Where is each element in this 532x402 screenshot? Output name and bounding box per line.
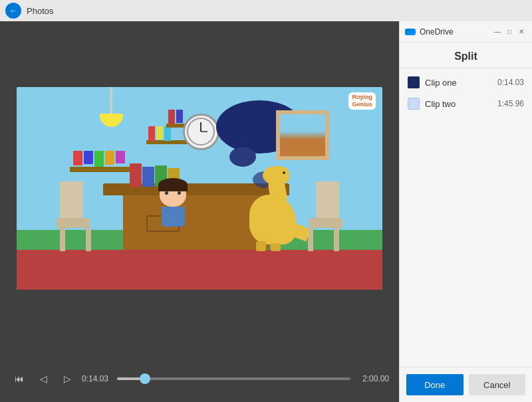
chair-left-seat (57, 218, 90, 228)
clip-1-color (408, 76, 420, 88)
stair-book-4 (168, 110, 175, 124)
clip-item-1[interactable]: Clip one 0:14.03 (408, 76, 524, 88)
clips-list: Clip one 0:14.03 Clip two 1:45.96 (400, 68, 532, 367)
dino-eye (283, 171, 285, 174)
video-area: Roying Genius (0, 21, 399, 402)
title-bar: ← Photos (0, 0, 532, 21)
done-button[interactable]: Done (406, 374, 464, 395)
clip-1-duration: 0:14.03 (497, 78, 524, 87)
main-container: Roying Genius (0, 21, 532, 402)
chair-left-leg2 (86, 228, 91, 251)
chair-left-leg1 (60, 228, 65, 251)
desk-book-2 (142, 167, 154, 187)
clip-2-color (408, 98, 420, 110)
clip-2-name: Clip two (425, 99, 497, 109)
maximize-button[interactable]: □ (504, 27, 515, 37)
panel-actions: Done Cancel (400, 367, 532, 402)
play-button[interactable]: ▷ (58, 369, 76, 388)
desk-book-1 (130, 163, 142, 187)
rewind-button[interactable]: ⏮ (10, 369, 29, 388)
clock-face (186, 117, 216, 147)
onedrive-title-text: OneDrive (420, 27, 491, 37)
roying-genius-logo: Roying Genius (348, 92, 376, 110)
stair-book-5 (176, 110, 183, 123)
picture-frame (276, 110, 329, 160)
chair-right-back (316, 181, 339, 218)
chair-right-seat (309, 218, 342, 228)
stair-book-3 (164, 126, 171, 141)
timeline-container[interactable] (117, 372, 350, 385)
end-time-label: 2:00.00 (356, 374, 389, 383)
picture-content (280, 114, 325, 156)
video-content: Roying Genius (17, 87, 382, 290)
dinosaur-character (243, 178, 309, 251)
close-button[interactable]: ✕ (516, 27, 527, 37)
boy-eye-right (178, 191, 181, 195)
chair-right-leg2 (334, 228, 339, 251)
current-time-label: 0:14.03 (82, 374, 112, 383)
cancel-button[interactable]: Cancel (469, 374, 526, 395)
dino-leg1 (256, 241, 266, 251)
dino-body (249, 195, 296, 245)
video-frame: Roying Genius (0, 21, 399, 355)
shelf-book-4 (105, 151, 114, 165)
stair-book-1 (148, 126, 155, 141)
back-button[interactable]: ← (5, 3, 21, 19)
shelf-book-1 (73, 151, 82, 165)
boy-character (160, 181, 186, 227)
chair-left-back (60, 181, 83, 218)
timeline-thumb[interactable] (140, 373, 150, 384)
shelf-book-2 (84, 151, 93, 164)
shelf-books (73, 151, 125, 167)
shelf-book-3 (94, 151, 104, 167)
clip-1-name: Clip one (425, 78, 497, 88)
shelf-book-5 (116, 151, 125, 163)
clip-2-duration: 1:45.96 (497, 99, 524, 108)
play-prev-button[interactable]: ◁ (34, 369, 53, 388)
controls-bar: ⏮ ◁ ▷ 0:14.03 2:00.00 (0, 355, 399, 402)
boy-eye-left (165, 191, 168, 195)
ceiling-light (110, 87, 112, 127)
minimize-button[interactable]: — (492, 27, 503, 37)
app-title: Photos (27, 6, 53, 16)
boy-head (160, 181, 186, 207)
wall-clock (183, 114, 219, 150)
stair-book-2 (156, 126, 163, 140)
scene-background: Roying Genius (17, 87, 382, 290)
split-header: Split (400, 43, 532, 68)
onedrive-logo-icon (405, 29, 416, 35)
boy-body (162, 207, 185, 227)
wall-shelf (70, 167, 136, 172)
onedrive-title-bar: OneDrive — □ ✕ (400, 21, 532, 43)
clip-item-2[interactable]: Clip two 1:45.96 (408, 98, 524, 110)
floor-red (17, 250, 382, 290)
boy-hair (158, 178, 188, 191)
right-panel: OneDrive — □ ✕ Split Clip one 0:14.03 Cl… (399, 21, 532, 402)
timeline-track[interactable] (117, 377, 350, 380)
dino-leg2 (271, 243, 281, 251)
